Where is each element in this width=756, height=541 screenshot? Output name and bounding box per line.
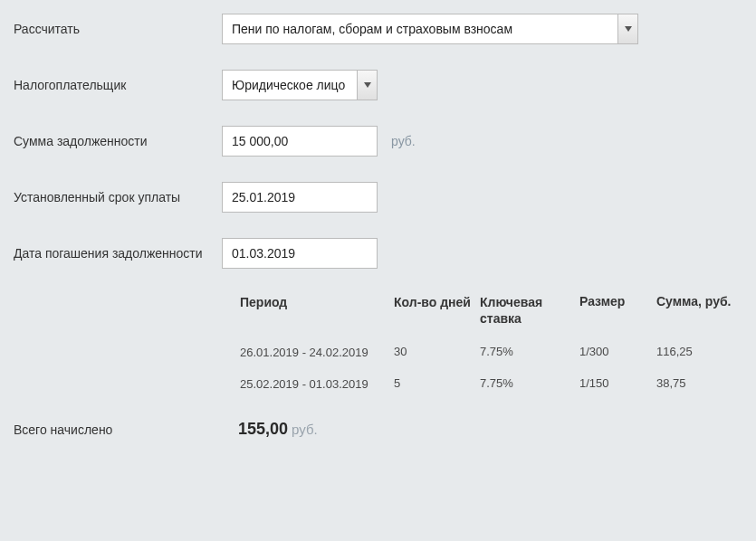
total-unit: руб.: [292, 422, 318, 437]
dropdown-icon[interactable]: [617, 14, 637, 43]
cell-size: 1/300: [579, 345, 656, 358]
cell-sum: 116,25: [656, 345, 747, 358]
label-due-date: Установленный срок уплаты: [9, 182, 222, 205]
table-row: 25.02.2019 - 01.03.2019 5 7.75% 1/150 38…: [240, 376, 756, 393]
label-total: Всего начислено: [9, 422, 238, 438]
cell-key-rate: 7.75%: [480, 345, 579, 360]
due-date-input[interactable]: [222, 182, 378, 213]
th-period: Период: [240, 294, 394, 312]
cell-period: 26.01.2019 - 24.02.2019: [240, 345, 394, 361]
dropdown-icon[interactable]: [357, 71, 377, 100]
label-debt-amount: Сумма задолженности: [9, 126, 222, 149]
results-table: Период Кол-во дней Ключевая ставка Разме…: [240, 294, 756, 393]
table-row: 26.01.2019 - 24.02.2019 30 7.75% 1/300 1…: [240, 345, 756, 361]
debt-amount-input[interactable]: [222, 126, 378, 157]
table-header: Период Кол-во дней Ключевая ставка Разме…: [240, 294, 756, 327]
cell-key-rate: 7.75%: [480, 376, 579, 392]
label-taxpayer: Налогоплательщик: [9, 70, 222, 93]
total-value: 155,00: [238, 420, 288, 439]
taxpayer-type-value: Юридическое лицо: [223, 71, 357, 100]
calculate-type-select[interactable]: Пени по налогам, сборам и страховым взно…: [222, 14, 638, 44]
th-days: Кол-во дней: [394, 294, 480, 310]
th-sum: Сумма, руб.: [656, 294, 747, 308]
th-size: Размер: [579, 294, 656, 308]
label-calculate: Рассчитать: [9, 14, 222, 37]
repay-date-input[interactable]: [222, 238, 378, 269]
currency-unit: руб.: [391, 134, 416, 148]
cell-days: 5: [394, 376, 480, 392]
calculate-type-value: Пени по налогам, сборам и страховым взно…: [223, 14, 617, 43]
cell-sum: 38,75: [656, 376, 747, 390]
cell-days: 30: [394, 345, 480, 360]
th-key-rate: Ключевая ставка: [480, 294, 579, 327]
taxpayer-type-select[interactable]: Юридическое лицо: [222, 70, 378, 100]
label-repay-date: Дата погашения задолженности: [9, 238, 222, 261]
cell-size: 1/150: [579, 376, 656, 390]
cell-period: 25.02.2019 - 01.03.2019: [240, 376, 394, 393]
